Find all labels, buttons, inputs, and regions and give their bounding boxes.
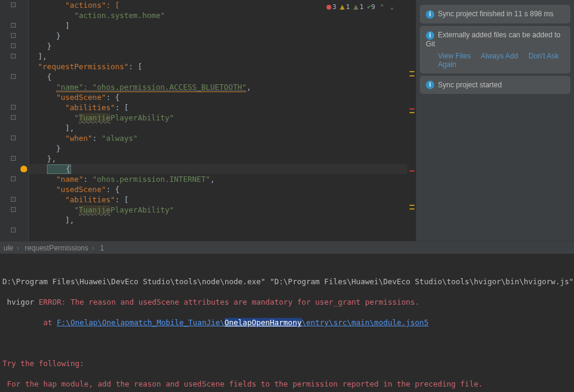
fold-icon[interactable]: - (11, 135, 16, 140)
code-text: "abilities" (29, 103, 115, 112)
notification-sync-started[interactable]: iSync project started (420, 76, 570, 95)
code-text: : { (106, 185, 120, 194)
notification-git-files[interactable]: iExternally added files can be added to … (420, 26, 570, 73)
console-line: D:\Program Files\Huawei\DevEco Studio\to… (2, 276, 574, 287)
weak-warning-value: 1 (360, 3, 364, 11)
code-text: "requestPermissions" (29, 62, 129, 71)
fold-icon[interactable]: - (11, 176, 16, 181)
notification-sync-finished[interactable]: iSync project finished in 11 s 898 ms (420, 5, 570, 23)
ok-count-value: 9 (371, 3, 375, 11)
code-text: "name": "ohos.permission.ACCESS_BLUETOOT… (56, 82, 246, 92)
code-text: "always" (101, 134, 137, 143)
breadcrumb-item[interactable]: requestPermissions (21, 244, 92, 252)
fold-icon[interactable]: - (11, 43, 16, 48)
code-text: PlayerAbility" (110, 205, 173, 214)
code-text: "action.system.home" (29, 11, 165, 20)
code-text: , (246, 82, 251, 92)
fold-icon[interactable]: - (11, 33, 16, 38)
editor-pane[interactable]: - - - - - - - - - - - - - - "actions": [… (0, 0, 416, 241)
fold-icon[interactable]: - (11, 105, 16, 110)
code-text: : [ (115, 195, 129, 204)
view-files-link[interactable]: View Files (438, 52, 470, 60)
error-count-value: 3 (332, 3, 337, 11)
info-icon: i (426, 31, 434, 40)
problems-widget[interactable]: 3 1 1 ✔9 ⌃ ⌄ (324, 2, 398, 11)
stripe-warning[interactable] (410, 71, 414, 72)
console-line: For the hap module, add the reason and u… (2, 379, 574, 389)
code-text: } (29, 144, 61, 153)
warning-count-value: 1 (346, 3, 350, 11)
chevron-up-icon[interactable]: ⌃ (379, 3, 385, 11)
code-text: ], (29, 216, 74, 225)
ok-count[interactable]: ✔9 (367, 3, 375, 11)
stripe-error[interactable] (410, 108, 414, 110)
file-link[interactable]: \entry\src\main\module.json5 (302, 318, 429, 327)
fold-icon[interactable]: - (11, 228, 16, 232)
code-text: ] (29, 21, 70, 30)
error-icon (326, 5, 331, 10)
error-count[interactable]: 3 (326, 3, 337, 11)
always-add-link[interactable]: Always Add (481, 52, 518, 60)
notifications-panel: iSync project finished in 11 s 898 ms iE… (416, 0, 574, 241)
code-text: }, (29, 154, 56, 163)
code-text: "abilities" (29, 195, 115, 204)
code-text: "actions": [ (29, 1, 120, 10)
code-text: { (47, 164, 71, 174)
console-line: hvigor ERROR: The reason and usedScene a… (2, 297, 574, 307)
stripe-error[interactable] (410, 170, 414, 172)
breadcrumb-item[interactable]: 1 (96, 244, 108, 252)
file-link-selected[interactable]: OnelapOpenHarmony (225, 318, 302, 327)
code-text: : [ (115, 103, 129, 112)
stripe-warning[interactable] (410, 205, 414, 206)
fold-icon[interactable]: - (11, 54, 16, 58)
fold-icon[interactable]: - (11, 74, 16, 79)
notification-text: Sync project started (438, 81, 502, 89)
fold-icon[interactable]: - (11, 156, 16, 161)
code-text (29, 82, 56, 92)
weak-warning-icon (354, 5, 358, 10)
code-text: : (83, 175, 92, 184)
file-link[interactable]: F:\Onelap\Onelapmatch_Mobile_TuanJie\ (57, 318, 224, 327)
info-icon: i (426, 10, 434, 19)
code-text: , (210, 175, 215, 184)
code-text: ], (29, 52, 47, 61)
intention-bulb-icon[interactable] (20, 166, 27, 172)
code-text: "ohos.permission.INTERNET" (92, 175, 210, 184)
code-text: : { (106, 93, 120, 102)
stripe-warning[interactable] (410, 112, 414, 113)
code-text: ], (29, 123, 74, 132)
weak-warning-count[interactable]: 1 (354, 3, 364, 11)
build-output-console[interactable]: D:\Program Files\Huawei\DevEco Studio\to… (0, 254, 574, 392)
code-text: "usedScene" (29, 185, 106, 194)
code-text: Tuanjie (79, 113, 111, 122)
error-stripe[interactable] (408, 0, 414, 241)
code-text: " (29, 205, 79, 214)
code-text: } (29, 42, 52, 51)
warning-count[interactable]: 1 (340, 3, 350, 11)
fold-icon[interactable]: - (11, 207, 16, 212)
console-line: Try the following: (2, 358, 574, 369)
code-text: : (92, 134, 101, 143)
fold-icon[interactable]: - (11, 197, 16, 202)
chevron-down-icon[interactable]: ⌄ (388, 3, 395, 11)
gutter: - - - - - - - - - - - - - - (0, 0, 29, 241)
code-text: "when" (29, 134, 92, 143)
stripe-warning[interactable] (410, 208, 414, 210)
fold-icon[interactable]: - (11, 2, 16, 7)
chevron-right-icon: › (92, 244, 95, 252)
fold-icon[interactable]: - (11, 23, 16, 28)
fold-icon[interactable]: - (11, 115, 16, 120)
code-text: : [ (129, 62, 143, 71)
console-line: at F:\Onelap\Onelapmatch_Mobile_TuanJie\… (2, 317, 574, 328)
code-text: Tuanjie (79, 205, 111, 214)
breadcrumb-bar[interactable]: ule› requestPermissions› 1 (0, 241, 574, 254)
notification-text: Externally added files can be added to G… (426, 31, 560, 48)
stripe-warning[interactable] (410, 75, 414, 76)
breadcrumb-item[interactable]: ule (0, 244, 17, 252)
code-text: " (29, 113, 79, 122)
code-content[interactable]: "actions": [ "action.system.home" ] } } … (29, 0, 407, 241)
info-icon: i (426, 81, 434, 89)
console-line (2, 338, 574, 348)
chevron-right-icon: › (17, 244, 19, 252)
code-text: "name" (29, 175, 83, 184)
